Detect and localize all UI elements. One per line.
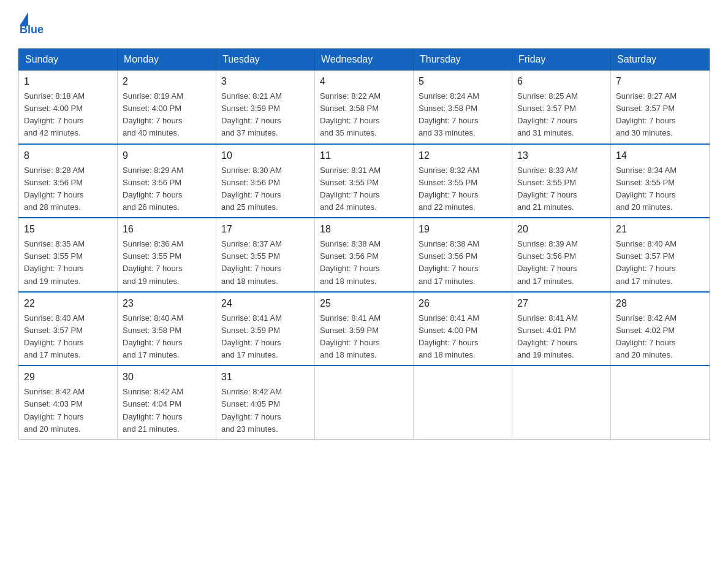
calendar-cell: 12Sunrise: 8:32 AM Sunset: 3:55 PM Dayli… bbox=[414, 144, 512, 218]
day-number: 29 bbox=[24, 370, 112, 385]
calendar-cell: 31Sunrise: 8:42 AM Sunset: 4:05 PM Dayli… bbox=[216, 366, 315, 439]
day-number: 11 bbox=[320, 148, 408, 163]
calendar-header-saturday: Saturday bbox=[611, 49, 710, 71]
calendar-cell: 1Sunrise: 8:18 AM Sunset: 4:00 PM Daylig… bbox=[19, 71, 118, 144]
calendar-cell bbox=[611, 366, 710, 439]
day-info: Sunrise: 8:40 AM Sunset: 3:57 PM Dayligh… bbox=[24, 312, 112, 362]
calendar-week-3: 15Sunrise: 8:35 AM Sunset: 3:55 PM Dayli… bbox=[19, 218, 710, 292]
day-number: 18 bbox=[320, 222, 408, 237]
calendar-cell: 6Sunrise: 8:25 AM Sunset: 3:57 PM Daylig… bbox=[512, 71, 611, 144]
calendar-cell: 15Sunrise: 8:35 AM Sunset: 3:55 PM Dayli… bbox=[19, 218, 118, 292]
day-info: Sunrise: 8:25 AM Sunset: 3:57 PM Dayligh… bbox=[517, 90, 605, 140]
day-info: Sunrise: 8:39 AM Sunset: 3:56 PM Dayligh… bbox=[517, 238, 605, 288]
logo-underline: Blue bbox=[20, 23, 44, 36]
calendar-cell: 4Sunrise: 8:22 AM Sunset: 3:58 PM Daylig… bbox=[315, 71, 414, 144]
calendar-table: SundayMondayTuesdayWednesdayThursdayFrid… bbox=[18, 48, 710, 440]
day-info: Sunrise: 8:19 AM Sunset: 4:00 PM Dayligh… bbox=[123, 90, 211, 140]
calendar-week-1: 1Sunrise: 8:18 AM Sunset: 4:00 PM Daylig… bbox=[19, 71, 710, 144]
calendar-cell: 22Sunrise: 8:40 AM Sunset: 3:57 PM Dayli… bbox=[19, 292, 118, 366]
day-number: 25 bbox=[320, 296, 408, 311]
day-info: Sunrise: 8:21 AM Sunset: 3:59 PM Dayligh… bbox=[221, 90, 309, 140]
day-number: 28 bbox=[616, 296, 704, 311]
calendar-cell: 7Sunrise: 8:27 AM Sunset: 3:57 PM Daylig… bbox=[611, 71, 710, 144]
calendar-header-row: SundayMondayTuesdayWednesdayThursdayFrid… bbox=[19, 49, 710, 71]
day-number: 14 bbox=[616, 148, 704, 163]
day-number: 7 bbox=[616, 74, 704, 89]
calendar-cell: 8Sunrise: 8:28 AM Sunset: 3:56 PM Daylig… bbox=[19, 144, 118, 218]
day-info: Sunrise: 8:41 AM Sunset: 3:59 PM Dayligh… bbox=[320, 312, 408, 362]
day-info: Sunrise: 8:33 AM Sunset: 3:55 PM Dayligh… bbox=[517, 164, 605, 214]
day-number: 4 bbox=[320, 74, 408, 89]
day-number: 22 bbox=[24, 296, 112, 311]
calendar-cell: 10Sunrise: 8:30 AM Sunset: 3:56 PM Dayli… bbox=[216, 144, 315, 218]
calendar-cell bbox=[414, 366, 512, 439]
day-number: 26 bbox=[419, 296, 507, 311]
day-number: 21 bbox=[616, 222, 704, 237]
calendar-cell: 13Sunrise: 8:33 AM Sunset: 3:55 PM Dayli… bbox=[512, 144, 611, 218]
calendar-cell: 23Sunrise: 8:40 AM Sunset: 3:58 PM Dayli… bbox=[118, 292, 216, 366]
day-number: 1 bbox=[24, 74, 112, 89]
day-number: 15 bbox=[24, 222, 112, 237]
day-info: Sunrise: 8:32 AM Sunset: 3:55 PM Dayligh… bbox=[419, 164, 507, 214]
day-info: Sunrise: 8:27 AM Sunset: 3:57 PM Dayligh… bbox=[616, 90, 704, 140]
day-info: Sunrise: 8:41 AM Sunset: 4:00 PM Dayligh… bbox=[419, 312, 507, 362]
day-number: 20 bbox=[517, 222, 605, 237]
calendar-cell: 3Sunrise: 8:21 AM Sunset: 3:59 PM Daylig… bbox=[216, 71, 315, 144]
day-info: Sunrise: 8:38 AM Sunset: 3:56 PM Dayligh… bbox=[320, 238, 408, 288]
day-info: Sunrise: 8:42 AM Sunset: 4:04 PM Dayligh… bbox=[123, 386, 211, 435]
calendar-cell: 25Sunrise: 8:41 AM Sunset: 3:59 PM Dayli… bbox=[315, 292, 414, 366]
calendar-cell: 11Sunrise: 8:31 AM Sunset: 3:55 PM Dayli… bbox=[315, 144, 414, 218]
day-number: 17 bbox=[221, 222, 309, 237]
calendar-header-friday: Friday bbox=[512, 49, 611, 71]
day-info: Sunrise: 8:34 AM Sunset: 3:55 PM Dayligh… bbox=[616, 164, 704, 214]
day-number: 5 bbox=[419, 74, 507, 89]
day-number: 12 bbox=[419, 148, 507, 163]
day-info: Sunrise: 8:37 AM Sunset: 3:55 PM Dayligh… bbox=[221, 238, 309, 288]
day-number: 27 bbox=[517, 296, 605, 311]
calendar-cell: 2Sunrise: 8:19 AM Sunset: 4:00 PM Daylig… bbox=[118, 71, 216, 144]
calendar-cell bbox=[315, 366, 414, 439]
calendar-cell: 28Sunrise: 8:42 AM Sunset: 4:02 PM Dayli… bbox=[611, 292, 710, 366]
day-info: Sunrise: 8:35 AM Sunset: 3:55 PM Dayligh… bbox=[24, 238, 112, 288]
day-number: 10 bbox=[221, 148, 309, 163]
calendar-header-tuesday: Tuesday bbox=[216, 49, 315, 71]
calendar-cell: 27Sunrise: 8:41 AM Sunset: 4:01 PM Dayli… bbox=[512, 292, 611, 366]
day-number: 2 bbox=[123, 74, 211, 89]
calendar-header-monday: Monday bbox=[118, 49, 216, 71]
day-number: 6 bbox=[517, 74, 605, 89]
day-number: 3 bbox=[221, 74, 309, 89]
calendar-cell: 16Sunrise: 8:36 AM Sunset: 3:55 PM Dayli… bbox=[118, 218, 216, 292]
day-number: 13 bbox=[517, 148, 605, 163]
calendar-week-4: 22Sunrise: 8:40 AM Sunset: 3:57 PM Dayli… bbox=[19, 292, 710, 366]
day-info: Sunrise: 8:30 AM Sunset: 3:56 PM Dayligh… bbox=[221, 164, 309, 214]
calendar-cell: 26Sunrise: 8:41 AM Sunset: 4:00 PM Dayli… bbox=[414, 292, 512, 366]
day-info: Sunrise: 8:42 AM Sunset: 4:03 PM Dayligh… bbox=[24, 386, 112, 435]
day-number: 30 bbox=[123, 370, 211, 385]
day-info: Sunrise: 8:36 AM Sunset: 3:55 PM Dayligh… bbox=[123, 238, 211, 288]
calendar-cell: 30Sunrise: 8:42 AM Sunset: 4:04 PM Dayli… bbox=[118, 366, 216, 439]
calendar-cell bbox=[512, 366, 611, 439]
day-info: Sunrise: 8:29 AM Sunset: 3:56 PM Dayligh… bbox=[123, 164, 211, 214]
day-number: 16 bbox=[123, 222, 211, 237]
calendar-cell: 18Sunrise: 8:38 AM Sunset: 3:56 PM Dayli… bbox=[315, 218, 414, 292]
calendar-cell: 17Sunrise: 8:37 AM Sunset: 3:55 PM Dayli… bbox=[216, 218, 315, 292]
calendar-week-2: 8Sunrise: 8:28 AM Sunset: 3:56 PM Daylig… bbox=[19, 144, 710, 218]
page-header: Blue bbox=[18, 12, 710, 36]
calendar-header-sunday: Sunday bbox=[19, 49, 118, 71]
calendar-cell: 20Sunrise: 8:39 AM Sunset: 3:56 PM Dayli… bbox=[512, 218, 611, 292]
day-number: 19 bbox=[419, 222, 507, 237]
day-info: Sunrise: 8:31 AM Sunset: 3:55 PM Dayligh… bbox=[320, 164, 408, 214]
day-number: 9 bbox=[123, 148, 211, 163]
logo: Blue bbox=[18, 12, 44, 36]
calendar-header-thursday: Thursday bbox=[414, 49, 512, 71]
day-info: Sunrise: 8:22 AM Sunset: 3:58 PM Dayligh… bbox=[320, 90, 408, 140]
calendar-cell: 14Sunrise: 8:34 AM Sunset: 3:55 PM Dayli… bbox=[611, 144, 710, 218]
day-info: Sunrise: 8:41 AM Sunset: 4:01 PM Dayligh… bbox=[517, 312, 605, 362]
calendar-week-5: 29Sunrise: 8:42 AM Sunset: 4:03 PM Dayli… bbox=[19, 366, 710, 439]
day-number: 31 bbox=[221, 370, 309, 385]
calendar-cell: 29Sunrise: 8:42 AM Sunset: 4:03 PM Dayli… bbox=[19, 366, 118, 439]
day-number: 24 bbox=[221, 296, 309, 311]
day-info: Sunrise: 8:41 AM Sunset: 3:59 PM Dayligh… bbox=[221, 312, 309, 362]
calendar-cell: 21Sunrise: 8:40 AM Sunset: 3:57 PM Dayli… bbox=[611, 218, 710, 292]
calendar-cell: 5Sunrise: 8:24 AM Sunset: 3:58 PM Daylig… bbox=[414, 71, 512, 144]
